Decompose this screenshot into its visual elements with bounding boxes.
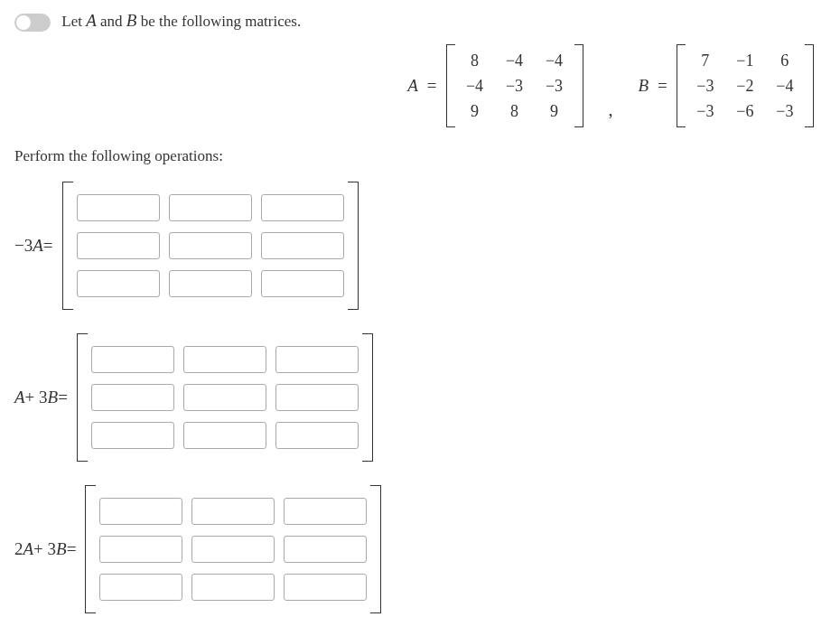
matrix-a-rows: 8 −4 −4 −4 −3 −3 9 8 9 [455,44,574,127]
matrix-cell: 9 [455,98,495,124]
answer-cell[interactable] [99,536,182,563]
answer-cell[interactable] [183,422,266,449]
answer-matrix [85,485,381,613]
answer-cell[interactable] [99,498,182,525]
operation-label: −3A = [14,236,53,256]
matrix-cell: −4 [495,48,535,73]
matrix-cell: −2 [725,73,765,98]
answer-matrix [77,333,373,462]
equals-sign: = [427,76,437,96]
matrix-cell: −3 [495,73,535,98]
right-bracket [362,333,373,462]
input-row [99,574,367,601]
matrix-b: 7 −1 6 −3 −2 −4 −3 −6 −3 [677,44,814,127]
input-row [91,384,359,411]
answer-cell[interactable] [183,384,266,411]
answer-cell[interactable] [275,422,359,449]
matrix-cell: −4 [765,73,805,98]
operation-row: A + 3B = [14,333,826,462]
matrix-row: −3 −6 −3 [686,98,805,124]
left-bracket [446,44,455,127]
intro-suffix: be the following matrices. [136,13,301,30]
input-row [99,498,367,525]
left-bracket [77,333,88,462]
answer-cell[interactable] [191,574,275,601]
matrix-cell: −4 [535,48,574,73]
input-row [77,194,344,221]
input-row [77,270,344,297]
answer-cell[interactable] [275,384,359,411]
answer-cell[interactable] [261,194,344,221]
intro-var-b: B [126,11,137,30]
answer-cell[interactable] [284,574,367,601]
answer-cell[interactable] [77,232,160,259]
answer-cell[interactable] [261,270,344,297]
input-rows [96,485,370,613]
left-bracket [677,44,686,127]
toggle-switch[interactable] [14,14,51,32]
answer-cell[interactable] [191,536,275,563]
answer-cell[interactable] [77,194,160,221]
answer-matrix [62,182,359,310]
operation-label: A + 3B = [14,388,68,407]
operation-row: 2A + 3B = [14,485,826,613]
equals-sign: = [658,76,667,96]
answer-cell[interactable] [284,498,367,525]
left-bracket [85,485,96,613]
right-bracket [370,485,381,613]
matrix-cell: −3 [686,73,725,98]
matrix-cell: −3 [535,73,574,98]
answer-cell[interactable] [91,384,174,411]
answer-cell[interactable] [91,346,174,373]
operation-label: 2A + 3B = [14,539,76,559]
operations-container: −3A =A + 3B =2A + 3B = [14,182,826,613]
answer-cell[interactable] [99,574,182,601]
left-bracket [62,182,73,310]
matrix-row: 7 −1 6 [686,48,805,73]
input-row [99,536,367,563]
intro-var-a: A [86,11,97,30]
operation-row: −3A = [14,182,826,310]
input-row [77,232,344,259]
answer-cell[interactable] [169,194,252,221]
answer-cell[interactable] [261,232,344,259]
comma: , [609,99,613,120]
matrix-cell: −4 [455,73,495,98]
matrix-cell: −3 [765,98,805,124]
answer-cell[interactable] [183,346,266,373]
answer-cell[interactable] [191,498,275,525]
answer-cell[interactable] [169,232,252,259]
answer-cell[interactable] [91,422,174,449]
matrix-b-rows: 7 −1 6 −3 −2 −4 −3 −6 −3 [686,44,805,127]
input-rows [88,333,362,462]
answer-cell[interactable] [275,346,359,373]
intro-mid: and [97,13,126,30]
answer-cell[interactable] [169,270,252,297]
matrix-a: 8 −4 −4 −4 −3 −3 9 8 9 [446,44,583,127]
answer-cell[interactable] [284,536,367,563]
right-bracket [348,182,359,310]
matrix-cell: −1 [725,48,765,73]
matrix-cell: −6 [725,98,765,124]
matrix-row: −4 −3 −3 [455,73,574,98]
input-row [91,346,359,373]
matrix-row: 9 8 9 [455,98,574,124]
given-matrices: A = 8 −4 −4 −4 −3 −3 9 8 9 [376,44,840,127]
matrix-row: −3 −2 −4 [686,73,805,98]
intro-text: Let A and B be the following matrices. [14,11,826,32]
input-rows [73,182,348,310]
matrix-a-expr: A = 8 −4 −4 −4 −3 −3 9 8 9 [407,44,583,127]
perform-text: Perform the following operations: [14,147,826,165]
matrix-row: 8 −4 −4 [455,48,574,73]
right-bracket [805,44,814,127]
matrix-cell: 8 [455,48,495,73]
matrix-cell: −3 [686,98,725,124]
input-row [91,422,359,449]
matrix-cell: 6 [765,48,805,73]
answer-cell[interactable] [77,270,160,297]
matrix-cell: 7 [686,48,725,73]
matrix-cell: 9 [535,98,574,124]
matrix-a-label: A [407,76,418,96]
matrix-b-label: B [639,76,649,96]
intro-prefix: Let [61,13,86,30]
